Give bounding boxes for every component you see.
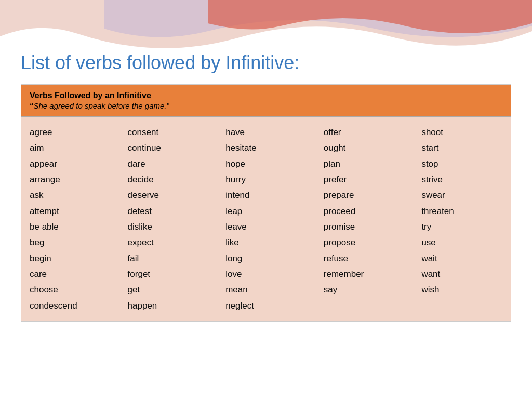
table-cell: love bbox=[225, 268, 307, 281]
page-content: List of verbs followed by Infinitive: Ve… bbox=[0, 0, 532, 332]
table-cell: choose bbox=[30, 283, 111, 297]
table-cell: intend bbox=[225, 189, 307, 202]
table-cell: forget bbox=[128, 268, 209, 281]
table-cell: neglect bbox=[225, 299, 307, 313]
table-col-4: offeroughtplanpreferprepareproceedpromis… bbox=[315, 117, 414, 321]
table-cell: expect bbox=[128, 236, 209, 249]
table-cell: shoot bbox=[421, 126, 502, 139]
table-cell: decide bbox=[128, 173, 209, 187]
table-cell: appear bbox=[30, 157, 111, 171]
table-cell: wait bbox=[421, 252, 502, 265]
table-cell: hesitate bbox=[225, 141, 307, 155]
table-cell: beg bbox=[30, 236, 111, 249]
verbs-table: Verbs Followed by an Infinitive “She agr… bbox=[21, 84, 511, 322]
table-cell: detest bbox=[128, 205, 209, 218]
table-header: Verbs Followed by an Infinitive “She agr… bbox=[21, 85, 511, 116]
table-cell: hurry bbox=[225, 173, 307, 187]
table-cell: happen bbox=[128, 299, 209, 313]
table-cell: swear bbox=[421, 189, 502, 202]
subtitle-text: She agreed to speak before the game. bbox=[34, 101, 167, 110]
table-col-3: havehesitatehopehurryintendleapleavelike… bbox=[217, 117, 315, 321]
table-cell: wish bbox=[421, 283, 502, 297]
table-header-title: Verbs Followed by an Infinitive bbox=[30, 91, 502, 100]
table-col-2: consentcontinuedaredecidedeservedetestdi… bbox=[119, 117, 218, 321]
table-cell: be able bbox=[30, 220, 111, 234]
table-cell: have bbox=[225, 126, 307, 139]
table-cell: threaten bbox=[421, 205, 502, 218]
table-cell: attempt bbox=[30, 205, 111, 218]
table-cell: aim bbox=[30, 141, 111, 155]
table-cell: agree bbox=[30, 126, 111, 139]
table-cell: ought bbox=[324, 141, 405, 155]
table-body: agreeaimappeararrangeaskattemptbe ablebe… bbox=[21, 116, 511, 321]
table-cell: begin bbox=[30, 252, 111, 265]
table-cell: hope bbox=[225, 157, 307, 171]
table-cell: care bbox=[30, 268, 111, 281]
table-cell: leap bbox=[225, 205, 307, 218]
table-cell: proceed bbox=[324, 205, 405, 218]
table-cell: dislike bbox=[128, 220, 209, 234]
table-cell: deserve bbox=[128, 189, 209, 202]
table-cell: plan bbox=[324, 157, 405, 171]
table-col-1: agreeaimappeararrangeaskattemptbe ablebe… bbox=[21, 117, 119, 321]
open-quote: “ bbox=[30, 101, 34, 110]
close-quote: ” bbox=[167, 101, 169, 110]
table-cell: remember bbox=[324, 268, 405, 281]
table-cell: consent bbox=[128, 126, 209, 139]
table-cell: propose bbox=[324, 236, 405, 249]
table-col-5: shootstartstopstriveswearthreatentryusew… bbox=[413, 117, 511, 321]
table-cell: condescend bbox=[30, 299, 111, 313]
table-cell: strive bbox=[421, 173, 502, 187]
table-cell: leave bbox=[225, 220, 307, 234]
table-cell: continue bbox=[128, 141, 209, 155]
table-cell: prefer bbox=[324, 173, 405, 187]
table-cell: dare bbox=[128, 157, 209, 171]
table-cell: like bbox=[225, 236, 307, 249]
table-cell: ask bbox=[30, 189, 111, 202]
table-cell: prepare bbox=[324, 189, 405, 202]
table-cell: try bbox=[421, 220, 502, 234]
page-title: List of verbs followed by Infinitive: bbox=[21, 52, 511, 74]
table-cell: get bbox=[128, 283, 209, 297]
table-cell: arrange bbox=[30, 173, 111, 187]
table-cell: promise bbox=[324, 220, 405, 234]
table-cell: long bbox=[225, 252, 307, 265]
table-header-subtitle: “She agreed to speak before the game.” bbox=[30, 101, 502, 110]
table-cell: stop bbox=[421, 157, 502, 171]
table-cell: offer bbox=[324, 126, 405, 139]
table-cell: use bbox=[421, 236, 502, 249]
table-cell: say bbox=[324, 283, 405, 297]
table-cell: fail bbox=[128, 252, 209, 265]
table-cell: mean bbox=[225, 283, 307, 297]
table-cell: start bbox=[421, 141, 502, 155]
table-cell: want bbox=[421, 268, 502, 281]
table-cell: refuse bbox=[324, 252, 405, 265]
